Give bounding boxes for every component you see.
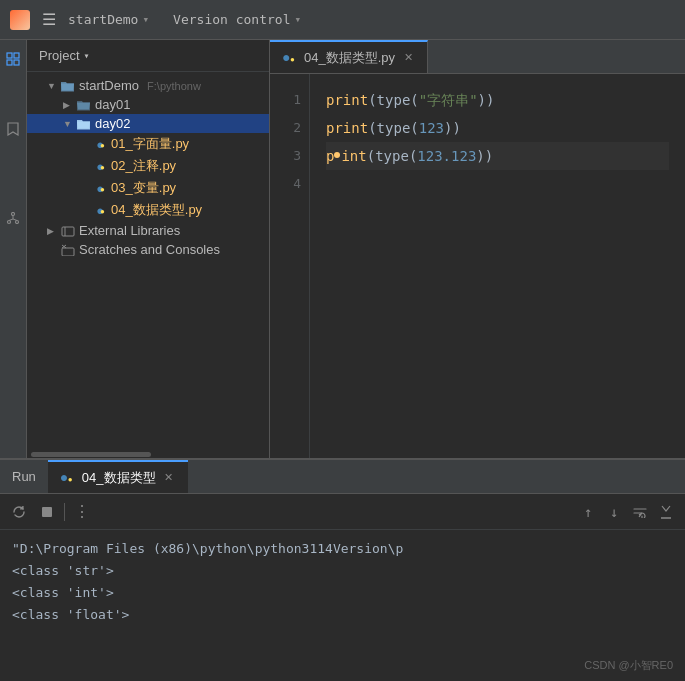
tree-item-extlib[interactable]: ▶ External Libraries bbox=[27, 221, 269, 240]
sidebar-tree: ▼ startDemo F:\pythonw ▶ bbox=[27, 72, 269, 450]
svg-rect-12 bbox=[62, 248, 74, 256]
wrap-lines-btn[interactable] bbox=[629, 501, 651, 523]
scroll-up-btn[interactable]: ↑ bbox=[577, 501, 599, 523]
app-logo bbox=[10, 10, 30, 30]
folder-open-icon bbox=[61, 79, 75, 93]
expand-arrow-icon: ▼ bbox=[63, 119, 73, 129]
expand-arrow-icon: ▼ bbox=[47, 81, 57, 91]
left-toolbar bbox=[0, 40, 27, 458]
svg-point-5 bbox=[8, 221, 11, 224]
run-toolbar-right: ↑ ↓ bbox=[577, 501, 677, 523]
output-line-3: <class 'float'> bbox=[12, 604, 673, 626]
vcs-menu[interactable]: Version control ▾ bbox=[173, 12, 301, 27]
code-line-4 bbox=[326, 170, 669, 198]
run-tab-bar: Run ● ● 04_数据类型 ✕ bbox=[0, 460, 685, 494]
paren: ( bbox=[368, 86, 376, 114]
sidebar-title: Project bbox=[39, 48, 79, 63]
project-chevron-icon: ▾ bbox=[142, 13, 149, 26]
scroll-end-btn[interactable] bbox=[655, 501, 677, 523]
folder-open-icon bbox=[77, 117, 91, 131]
kw-type: type bbox=[375, 142, 409, 170]
rerun-btn[interactable] bbox=[8, 501, 30, 523]
output-line-0: "D:\Program Files (x86)\python\python311… bbox=[12, 538, 673, 560]
svg-rect-10 bbox=[62, 227, 74, 236]
tree-item-scratches[interactable]: ▶ Scratches and Consoles bbox=[27, 240, 269, 259]
tab-python-icon: ● ● bbox=[282, 50, 298, 66]
tree-label-day01: day01 bbox=[95, 97, 130, 112]
paren: )) bbox=[476, 142, 493, 170]
run-tab-close-btn[interactable]: ✕ bbox=[162, 471, 176, 485]
kw-type: type bbox=[377, 114, 411, 142]
editor-tab-active[interactable]: ● ● 04_数据类型.py ✕ bbox=[270, 40, 428, 73]
tree-label-file04: 04_数据类型.py bbox=[111, 201, 202, 219]
tree-label-scratches: Scratches and Consoles bbox=[79, 242, 220, 257]
structure-btn[interactable] bbox=[2, 208, 24, 230]
paren: )) bbox=[478, 86, 495, 114]
tree-item-startdemo[interactable]: ▼ startDemo F:\pythonw bbox=[27, 76, 269, 95]
main-layout: Project ▾ ▼ startDemo F bbox=[0, 40, 685, 681]
stop-btn[interactable] bbox=[36, 501, 58, 523]
code-content[interactable]: print ( type ( "字符串" )) print ( type ( 1… bbox=[310, 74, 685, 458]
run-tab-label: Run bbox=[12, 469, 36, 484]
bookmark-btn[interactable] bbox=[2, 118, 24, 140]
hamburger-icon[interactable]: ☰ bbox=[42, 10, 56, 29]
num-val: 123.123 bbox=[417, 142, 476, 170]
run-output: "D:\Program Files (x86)\python\python311… bbox=[0, 530, 685, 634]
project-view-btn[interactable] bbox=[2, 48, 24, 70]
run-toolbar: ⋮ ↑ ↓ bbox=[0, 494, 685, 530]
cursor-dot bbox=[334, 152, 340, 158]
down-arrow-icon: ↓ bbox=[610, 504, 618, 520]
run-tab-file[interactable]: ● ● 04_数据类型 ✕ bbox=[48, 460, 188, 493]
editor-area: ● ● 04_数据类型.py ✕ 1 2 3 4 bbox=[270, 40, 685, 458]
paren: ( bbox=[410, 114, 418, 142]
sidebar-header[interactable]: Project ▾ bbox=[27, 40, 269, 72]
run-panel: Run ● ● 04_数据类型 ✕ bbox=[0, 460, 685, 681]
watermark: CSDN @小智RE0 bbox=[584, 658, 673, 673]
tree-item-file04[interactable]: ▶ ● ● 04_数据类型.py bbox=[27, 199, 269, 221]
svg-rect-2 bbox=[7, 60, 12, 65]
kw-print: int bbox=[341, 142, 366, 170]
svg-line-8 bbox=[9, 219, 13, 221]
vcs-label: Version control bbox=[173, 12, 290, 27]
tree-item-day02[interactable]: ▼ day02 bbox=[27, 114, 269, 133]
sidebar-scrollbar[interactable] bbox=[27, 450, 269, 458]
run-tab-run[interactable]: Run bbox=[0, 460, 48, 493]
kw-print: print bbox=[326, 114, 368, 142]
line-numbers: 1 2 3 4 bbox=[270, 74, 310, 458]
paren: ( bbox=[367, 142, 375, 170]
project-menu[interactable]: startDemo ▾ bbox=[68, 12, 149, 27]
code-editor[interactable]: 1 2 3 4 print ( type ( "字符串" )) bbox=[270, 74, 685, 458]
kw-type: type bbox=[377, 86, 411, 114]
run-output-wrapper: "D:\Program Files (x86)\python\python311… bbox=[0, 530, 685, 681]
tree-label-day02: day02 bbox=[95, 116, 130, 131]
tree-label-file03: 03_变量.py bbox=[111, 179, 176, 197]
svg-point-4 bbox=[12, 213, 15, 216]
svg-rect-0 bbox=[7, 53, 12, 58]
python-file-icon: ● ● bbox=[93, 159, 107, 173]
tree-item-file03[interactable]: ▶ ● ● 03_变量.py bbox=[27, 177, 269, 199]
svg-line-9 bbox=[13, 219, 17, 221]
more-btn[interactable]: ⋮ bbox=[71, 501, 93, 523]
editor-tab-label: 04_数据类型.py bbox=[304, 49, 395, 67]
kw-print: p bbox=[326, 142, 334, 170]
toolbar-separator bbox=[64, 503, 65, 521]
sidebar-wrapper: Project ▾ ▼ startDemo F bbox=[0, 40, 270, 458]
expand-arrow-icon: ▶ bbox=[47, 226, 57, 236]
run-tab-python-icon: ● ● bbox=[60, 470, 76, 486]
tree-item-file01[interactable]: ▶ ● ● 01_字面量.py bbox=[27, 133, 269, 155]
output-path-text: "D:\Program Files (x86)\python\python311… bbox=[12, 538, 403, 560]
tree-item-day01[interactable]: ▶ day01 bbox=[27, 95, 269, 114]
output-float-text: <class 'float'> bbox=[12, 604, 129, 626]
tab-close-btn[interactable]: ✕ bbox=[401, 51, 415, 65]
more-icon: ⋮ bbox=[74, 504, 90, 520]
up-arrow-icon: ↑ bbox=[584, 504, 592, 520]
svg-point-6 bbox=[16, 221, 19, 224]
tree-item-file02[interactable]: ▶ ● ● 02_注释.py bbox=[27, 155, 269, 177]
code-line-1: print ( type ( "字符串" )) bbox=[326, 86, 669, 114]
scroll-down-btn[interactable]: ↓ bbox=[603, 501, 625, 523]
paren: ( bbox=[410, 86, 418, 114]
python-file-icon: ● ● bbox=[93, 203, 107, 217]
python-file-icon: ● ● bbox=[93, 137, 107, 151]
output-line-2: <class 'int'> bbox=[12, 582, 673, 604]
svg-rect-1 bbox=[14, 53, 19, 58]
